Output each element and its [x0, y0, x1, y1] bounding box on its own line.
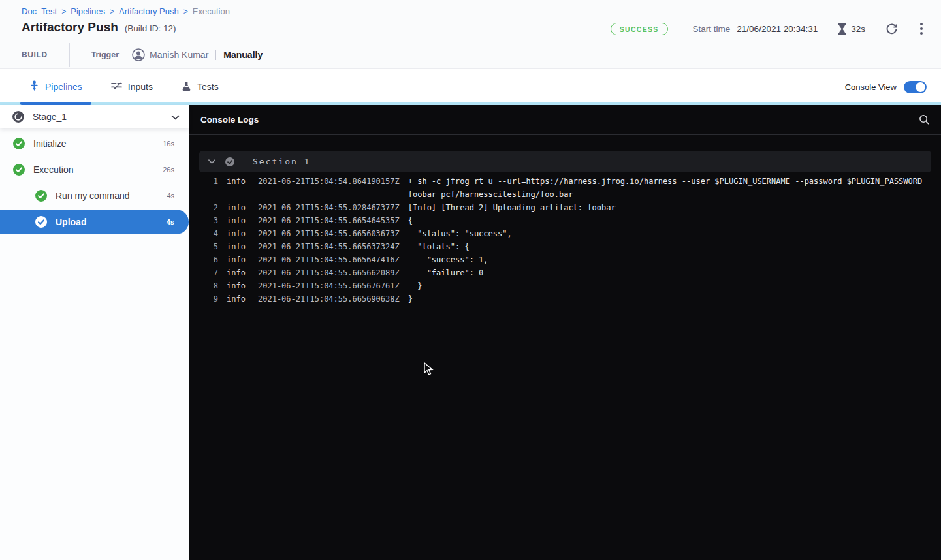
log-url-link[interactable]: https://harness.jfrog.io/harness: [526, 177, 677, 186]
step-execution[interactable]: Execution26s: [0, 157, 189, 183]
tab-label: Inputs: [128, 82, 153, 92]
log-timestamp: 2021-06-21T15:04:55.665690638Z: [258, 292, 400, 305]
start-time-value: 21/06/2021 20:34:31: [737, 24, 818, 34]
log-level: info: [227, 240, 246, 253]
breadcrumb-current: Execution: [193, 7, 230, 16]
trigger-label: Trigger: [91, 50, 119, 59]
section-success-icon: [225, 157, 234, 166]
breadcrumb-separator: >: [61, 7, 66, 16]
log-level: info: [227, 227, 246, 240]
log-message: + sh -c jfrog rt u --url=https://harness…: [408, 175, 923, 201]
search-icon[interactable]: [919, 114, 930, 125]
log-line-number: 2: [189, 201, 218, 214]
stage-name: Stage_1: [33, 112, 171, 122]
success-check-icon: [13, 138, 25, 149]
log-line: 9info2021-06-21T15:04:55.665690638Z}: [189, 292, 941, 305]
tab-bar: PipelinesInputsTests Console View: [0, 69, 941, 105]
log-message: "success": 1,: [408, 253, 488, 266]
log-timestamp: 2021-06-21T15:04:55.665464535Z: [258, 214, 400, 227]
log-line-number: 4: [189, 227, 218, 240]
step-label: Initialize: [33, 138, 163, 149]
more-options-icon[interactable]: [917, 22, 925, 36]
page-title: Artifactory Push: [22, 20, 118, 35]
build-type-label: BUILD: [22, 50, 48, 59]
log-message: "status": "success",: [408, 227, 512, 240]
log-line-number: 5: [189, 240, 218, 253]
tab-inputs[interactable]: Inputs: [102, 69, 162, 105]
log-line-number: 6: [189, 253, 218, 266]
log-line: 7info2021-06-21T15:04:55.665662089Z "fai…: [189, 266, 941, 279]
app-root: Doc_Test>Pipelines>Artifactory Push>Exec…: [0, 0, 941, 560]
tab-tests[interactable]: Tests: [172, 69, 228, 105]
log-line: 3info2021-06-21T15:04:55.665464535Z{: [189, 214, 941, 227]
step-initialize[interactable]: Initialize16s: [0, 131, 189, 157]
stage-selector[interactable]: Stage_1: [0, 105, 189, 128]
log-line-number: 1: [189, 175, 218, 188]
log-line: 4info2021-06-21T15:04:55.665603673Z "sta…: [189, 227, 941, 240]
log-level: info: [227, 279, 246, 292]
breadcrumb-link-artifactory-push[interactable]: Artifactory Push: [119, 7, 179, 16]
refresh-icon[interactable]: [885, 23, 898, 35]
log-line: 5info2021-06-21T15:04:55.665637324Z "tot…: [189, 240, 941, 253]
tabs: PipelinesInputsTests: [20, 69, 228, 105]
log-level: info: [227, 201, 246, 214]
log-line: 6info2021-06-21T15:04:55.665647416Z "suc…: [189, 253, 941, 266]
console-view-switch[interactable]: [904, 81, 927, 93]
log-level: info: [227, 253, 246, 266]
log-section-header[interactable]: Section 1: [199, 151, 931, 172]
step-duration: 16s: [163, 140, 174, 148]
breadcrumb-link-doc-test[interactable]: Doc_Test: [22, 7, 57, 16]
breadcrumb-link-pipelines[interactable]: Pipelines: [71, 7, 105, 16]
console-view-label: Console View: [845, 82, 897, 92]
log-timestamp: 2021-06-21T15:04:55.028467377Z: [258, 201, 400, 214]
status-badge: SUCCESS: [611, 23, 668, 35]
trigger-type: Manually: [223, 50, 263, 60]
chevron-down-icon: [171, 111, 180, 123]
success-check-icon: [35, 190, 47, 202]
log-line: 8info2021-06-21T15:04:55.665676761Z }: [189, 279, 941, 292]
log-line-number: 3: [189, 214, 218, 227]
step-run-my-command[interactable]: Run my command4s: [0, 183, 189, 209]
log-timestamp: 2021-06-21T15:04:55.665603673Z: [258, 227, 400, 240]
section-label: Section 1: [253, 157, 310, 166]
log-level: info: [227, 214, 246, 227]
console-title: Console Logs: [200, 115, 919, 125]
vertical-divider: [215, 50, 216, 60]
log-lines: 1info2021-06-21T15:04:54.864190157Z+ sh …: [189, 175, 941, 305]
log-line: 2info2021-06-21T15:04:55.028467377Z[Info…: [189, 201, 941, 214]
log-line-number: 7: [189, 266, 218, 279]
duration-value: 32s: [851, 24, 865, 34]
start-time-label: Start time: [693, 24, 731, 34]
step-label: Upload: [56, 217, 167, 227]
step-duration: 26s: [163, 166, 174, 174]
vertical-divider: [69, 43, 70, 67]
tab-label: Pipelines: [45, 82, 82, 92]
main-body: Stage_1 Initialize16sExecution26sRun my …: [0, 105, 941, 560]
log-message: "totals": {: [408, 240, 470, 253]
build-id-label: (Build ID: 12): [125, 23, 176, 33]
log-level: info: [227, 175, 246, 188]
step-label: Run my command: [56, 191, 167, 201]
log-message: [Info] [Thread 2] Uploading artifact: fo…: [408, 201, 616, 214]
step-upload[interactable]: Upload4s: [0, 210, 189, 234]
success-check-icon: [35, 216, 47, 228]
log-level: info: [227, 292, 246, 305]
chevron-down-icon: [208, 159, 215, 164]
trigger-user: Manish Kumar: [150, 50, 208, 60]
stage-sidebar: Stage_1 Initialize16sExecution26sRun my …: [0, 105, 189, 560]
header-actions: SUCCESS Start time 21/06/2021 20:34:31 3…: [611, 21, 925, 37]
log-message: "failure": 0: [408, 266, 484, 279]
stage-icon: [12, 111, 24, 123]
log-message: }: [408, 292, 413, 305]
pipeline-icon: [29, 80, 39, 93]
tab-label: Tests: [197, 82, 219, 92]
log-timestamp: 2021-06-21T15:04:55.665647416Z: [258, 253, 400, 266]
page-header: Doc_Test>Pipelines>Artifactory Push>Exec…: [0, 0, 941, 69]
breadcrumb: Doc_Test>Pipelines>Artifactory Push>Exec…: [22, 0, 941, 16]
inputs-icon: [111, 81, 122, 93]
log-timestamp: 2021-06-21T15:04:55.665637324Z: [258, 240, 400, 253]
toggle-knob: [916, 82, 925, 92]
tests-icon: [182, 81, 191, 93]
tab-pipelines[interactable]: Pipelines: [20, 69, 91, 105]
log-timestamp: 2021-06-21T15:04:54.864190157Z: [258, 175, 400, 188]
